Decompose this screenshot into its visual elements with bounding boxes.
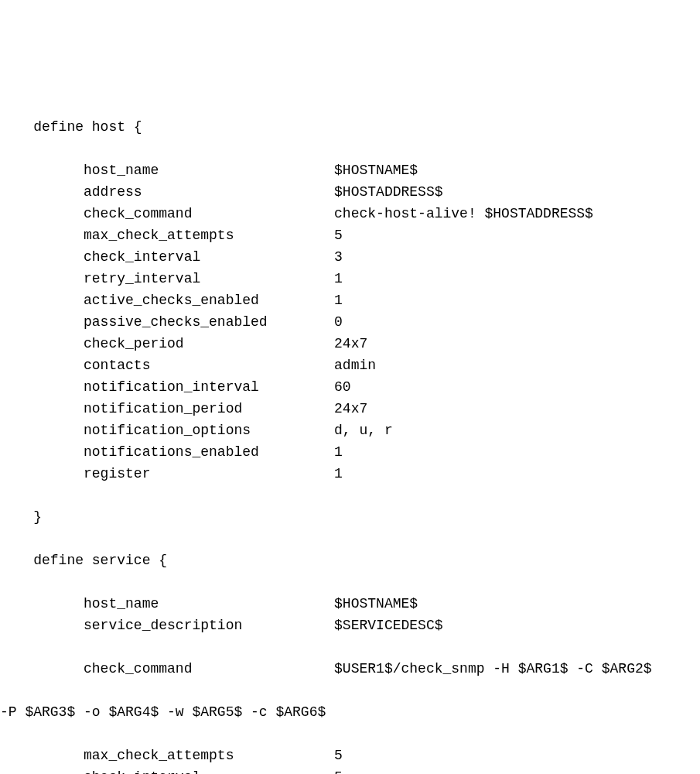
service-entry-service_description: service_description $SERVICEDESC$ [0, 615, 700, 636]
host-entry-address: address $HOSTADDRESS$ [0, 181, 700, 203]
host-entry-notifications_enabled: notifications_enabled 1 [0, 441, 700, 463]
host-entry-active_checks_enabled: active_checks_enabled 1 [0, 289, 700, 311]
config-code-block: define host { host_name $HOSTNAME$ addre… [0, 94, 700, 774]
service-check-command-line2: -P $ARG3$ -o $ARG4$ -w $ARG5$ -c $ARG6$ [0, 701, 700, 723]
host-entry-max_check_attempts: max_check_attempts 5 [0, 224, 700, 246]
host-entry-retry_interval: retry_interval 1 [0, 268, 700, 289]
host-open-line: define host { [0, 116, 700, 138]
host-entry-register: register 1 [0, 463, 700, 485]
service-open-line: define service { [0, 550, 700, 571]
host-close-line: } [0, 506, 700, 528]
host-entry-check_interval: check_interval 3 [0, 246, 700, 268]
host-entry-notification_interval: notification_interval 60 [0, 376, 700, 398]
service-entry-max_check_attempts: max_check_attempts 5 [0, 745, 700, 766]
host-entry-check_period: check_period 24x7 [0, 333, 700, 354]
host-entry-host_name: host_name $HOSTNAME$ [0, 159, 700, 181]
host-entry-contacts: contacts admin [0, 354, 700, 376]
host-entry-notification_period: notification_period 24x7 [0, 398, 700, 420]
host-entry-passive_checks_enabled: passive_checks_enabled 0 [0, 311, 700, 333]
host-entry-check_command: check_command check-host-alive! $HOSTADD… [0, 203, 700, 224]
service-entry-host_name: host_name $HOSTNAME$ [0, 593, 700, 615]
service-entry-check_interval: check_interval 5 [0, 766, 700, 774]
service-check-command-line1: check_command $USER1$/check_snmp -H $ARG… [0, 658, 700, 680]
host-entry-notification_options: notification_options d, u, r [0, 420, 700, 441]
